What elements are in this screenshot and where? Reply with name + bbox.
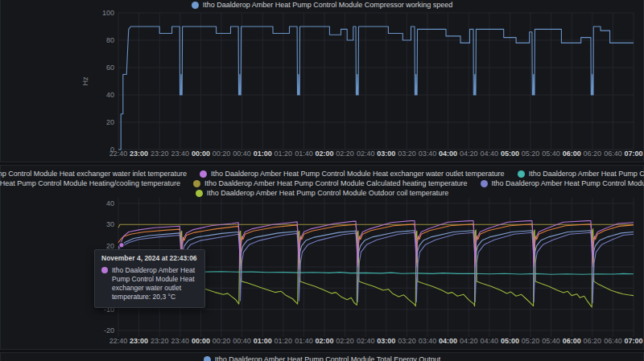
y-tick-label: 100 [102,9,114,17]
x-tick-label: 00:00 [192,150,210,158]
x-tick-label: 01:20 [275,150,293,158]
x-tick-label: 23:20 [151,337,169,345]
x-tick-label: 22:40 [109,337,128,345]
legend-item-label: Itho Daalderop Amber Heat Pump Control M… [211,170,505,178]
x-tick-label: 05:20 [522,337,540,345]
x-tick-label: 02:00 [315,150,333,158]
x-tick-label: 07:00 [624,337,642,345]
compressor-speed-chart[interactable]: 02040608010022:4023:0023:2023:4000:0000:… [1,0,644,162]
energy-chart-legend: Itho Daalderop Amber Heat Pump Control M… [1,355,643,361]
hovered-point-marker [119,243,124,248]
x-tick-label: 03:40 [419,150,437,158]
legend-item-label: Itho Daalderop Amber Heat Pump Control M… [0,170,187,178]
tooltip-series-row: Itho Daalderop Amber Heat Pump Control M… [101,266,198,302]
legend-item-label: Itho Daalderop Amber Heat Pump Control M… [204,179,468,187]
y-tick-label: 30 [106,220,114,228]
x-tick-label: 03:20 [398,337,416,345]
legend-item[interactable]: Itho Daalderop Amber Heat Pump Control M… [192,1,453,9]
x-tick-label: 06:00 [563,150,581,158]
x-tick-label: 06:40 [604,337,622,345]
temperatures-chart-legend: Itho Daalderop Amber Heat Pump Control M… [1,170,643,197]
x-tick-label: 07:00 [624,150,642,158]
x-tick-label: 01:40 [295,150,313,158]
x-tick-label: 03:40 [419,337,437,345]
x-tick-label: 04:00 [439,150,457,158]
legend-item-label: Itho Daalderop Amber Heat Pump Control M… [207,189,449,197]
series-color-dot [200,170,207,178]
legend-item[interactable]: Itho Daalderop Amber Heat Pump Control M… [196,189,449,197]
x-tick-label: 04:20 [460,337,478,345]
legend-item[interactable]: Itho Daalderop Amber Heat Pump Control M… [204,355,441,361]
y-axis-unit: Hz [81,76,89,85]
x-tick-label: 00:20 [213,337,231,345]
legend-item[interactable]: Itho Daalderop Amber Heat Pump Control M… [481,179,644,187]
x-tick-label: 05:00 [501,337,519,345]
legend-row: Itho Daalderop Amber Heat Pump Control M… [0,170,644,178]
x-tick-label: 05:20 [522,150,540,158]
legend-row: Itho Daalderop Amber Heat Pump Control M… [192,1,453,9]
x-tick-label: 02:40 [357,337,375,345]
legend-item[interactable]: Itho Daalderop Amber Heat Pump Control M… [518,170,644,178]
legend-item-label: Itho Daalderop Amber Heat Pump Control M… [529,170,644,178]
series-color-dot [193,180,200,187]
x-tick-label: 06:40 [604,150,622,158]
y-tick-label: 40 [106,91,114,99]
legend-item[interactable]: Itho Daalderop Amber Heat Pump Control M… [193,179,468,187]
x-tick-label: 23:40 [171,150,190,158]
series-color-dot [204,356,211,361]
legend-item-label: Itho Daalderop Amber Heat Pump Control M… [0,179,180,187]
legend-item-label: Itho Daalderop Amber Heat Pump Control M… [492,179,644,187]
x-tick-label: 02:00 [315,337,333,345]
legend-row: Itho Daalderop Amber Heat Pump Control M… [204,355,441,361]
tooltip-timestamp: November 4, 2024 at 22:43:06 [101,254,198,262]
chart-tooltip: November 4, 2024 at 22:43:06 Itho Daalde… [94,249,205,308]
x-tick-label: 05:00 [501,150,519,158]
x-tick-label: 02:20 [336,337,354,345]
x-tick-label: 02:20 [336,150,354,158]
x-tick-label: 23:40 [171,337,190,345]
panel-compressor-speed: 02040608010022:4023:0023:2023:4000:0000:… [0,0,644,162]
x-tick-label: 06:20 [584,337,602,345]
y-tick-label: 60 [106,64,114,72]
y-tick-label: 20 [106,118,114,126]
x-tick-label: 00:20 [213,150,231,158]
axis-labels: 02040608010022:4023:0023:2023:4000:0000:… [81,9,643,158]
x-tick-label: 03:00 [377,337,395,345]
x-tick-label: 04:00 [439,337,457,345]
x-tick-label: 22:40 [109,150,128,158]
legend-item-label: Itho Daalderop Amber Heat Pump Control M… [215,355,441,361]
x-tick-label: 04:40 [481,337,499,345]
series-color-dot [196,190,203,197]
x-tick-label: 23:00 [130,337,148,345]
x-tick-label: 01:40 [295,337,313,345]
x-tick-label: 06:20 [584,150,602,158]
series-color-dot [101,267,108,273]
legend-row: Itho Daalderop Amber Heat Pump Control M… [0,179,644,187]
x-tick-label: 00:40 [233,337,251,345]
series-color-dot [518,170,525,178]
x-tick-label: 01:20 [275,337,293,345]
series-color-dot [192,2,199,9]
legend-item[interactable]: Itho Daalderop Amber Heat Pump Control M… [200,170,505,178]
series-line-0 [118,27,634,150]
series-color-dot [481,180,488,187]
x-tick-label: 06:00 [563,337,581,345]
x-tick-label: 01:00 [254,150,272,158]
tooltip-value: 20,3 °C [153,293,175,301]
tooltip-series-text: Itho Daalderop Amber Heat Pump Control M… [112,266,198,302]
x-tick-label: 04:40 [481,150,499,158]
legend-item[interactable]: Itho Daalderop Amber Heat Pump Control M… [0,179,180,187]
x-tick-label: 03:00 [377,150,395,158]
x-tick-label: 23:00 [130,150,148,158]
compressor-chart-legend: Itho Daalderop Amber Heat Pump Control M… [1,1,643,9]
x-tick-label: 00:40 [233,150,251,158]
x-tick-label: 00:00 [192,337,210,345]
legend-row: Itho Daalderop Amber Heat Pump Control M… [196,189,449,197]
y-tick-label: 40 [106,199,114,207]
x-tick-label: 03:20 [398,150,416,158]
x-tick-label: 01:00 [254,337,272,345]
grid-lines [118,13,634,150]
legend-item[interactable]: Itho Daalderop Amber Heat Pump Control M… [0,170,187,178]
y-tick-label: -20 [104,326,114,334]
x-tick-label: 05:40 [542,150,560,158]
